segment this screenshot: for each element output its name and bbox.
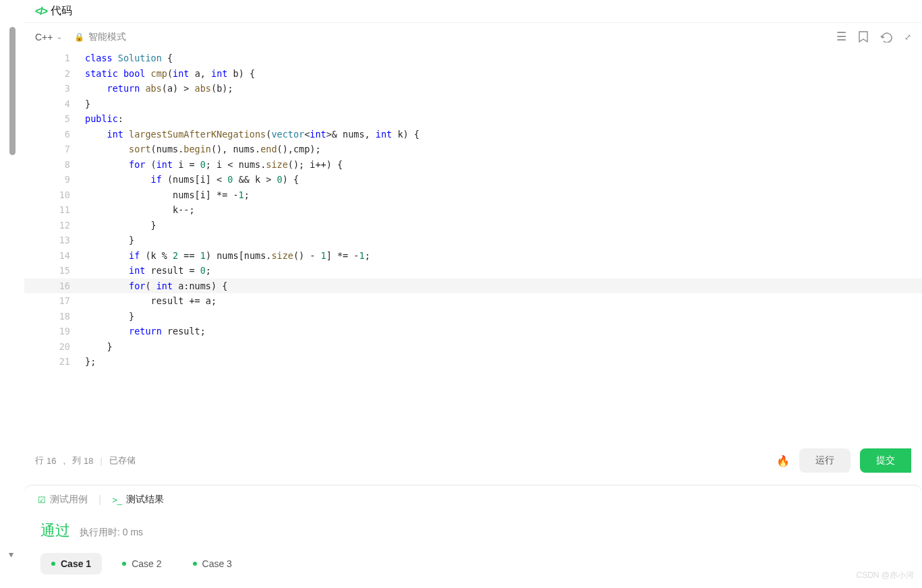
code-line[interactable]: 4} xyxy=(24,96,922,112)
code-content: }; xyxy=(85,354,96,370)
status-dot-icon xyxy=(51,562,55,566)
smart-mode: 🔒 智能模式 xyxy=(74,31,126,43)
submit-button[interactable]: 提交 xyxy=(860,448,911,473)
checkbox-icon: ☑ xyxy=(38,495,46,505)
line-number: 19 xyxy=(24,324,85,339)
expand-icon[interactable]: ⤢ xyxy=(904,32,911,42)
mode-label: 智能模式 xyxy=(88,31,126,43)
undo-icon[interactable] xyxy=(880,32,892,42)
code-content: } xyxy=(85,96,90,112)
language-selector[interactable]: C++ ⌄ xyxy=(35,32,62,42)
code-line[interactable]: 14 if (k % 2 == 1) nums[nums.size() - 1]… xyxy=(24,248,922,264)
code-editor[interactable]: 1class Solution {2static bool cmp(int a,… xyxy=(24,51,922,438)
code-content: sort(nums.begin(), nums.end(),cmp); xyxy=(85,142,321,157)
code-content: int result = 0; xyxy=(85,263,211,278)
scrollbar-down-arrow[interactable]: ▾ xyxy=(9,549,13,560)
main-panel: </> 代码 C++ ⌄ 🔒 智能模式 ☰ ⤢ 1class Solution … xyxy=(24,0,922,588)
line-number: 7 xyxy=(24,142,85,157)
code-line[interactable]: 8 for (int i = 0; i < nums.size(); i++) … xyxy=(24,157,922,173)
code-content: return result; xyxy=(85,324,206,339)
case-button[interactable]: Case 1 xyxy=(40,553,102,575)
code-icon: </> xyxy=(35,5,47,18)
tab-label: 测试结果 xyxy=(126,494,164,506)
panel-title: 代码 xyxy=(51,4,72,18)
code-line[interactable]: 2static bool cmp(int a, int b) { xyxy=(24,66,922,82)
tab-result[interactable]: >_ 测试结果 xyxy=(112,494,164,506)
timing: 执行用时: 0 ms xyxy=(80,527,143,539)
results-panel: ☑ 测试用例 | >_ 测试结果 通过 执行用时: 0 ms Case 1Cas… xyxy=(24,485,922,588)
tab-label: 测试用例 xyxy=(50,494,88,506)
code-content: return abs(a) > abs(b); xyxy=(85,81,233,96)
code-line[interactable]: 3 return abs(a) > abs(b); xyxy=(24,81,922,96)
code-line[interactable]: 21}; xyxy=(24,354,922,370)
chevron-down-icon: ⌄ xyxy=(57,33,62,40)
code-line[interactable]: 20 } xyxy=(24,339,922,355)
lock-icon: 🔒 xyxy=(74,32,84,42)
code-line[interactable]: 10 nums[i] *= -1; xyxy=(24,187,922,203)
code-line[interactable]: 13 } xyxy=(24,233,922,248)
code-content: k--; xyxy=(85,202,195,218)
line-number: 3 xyxy=(24,81,85,96)
code-line[interactable]: 5public: xyxy=(24,111,922,127)
case-button[interactable]: Case 2 xyxy=(111,553,172,575)
line-number: 9 xyxy=(24,172,85,187)
fire-icon[interactable]: 🔥 xyxy=(776,454,790,467)
line-number: 10 xyxy=(24,187,85,203)
bookmark-icon[interactable] xyxy=(859,31,868,42)
code-line[interactable]: 18 } xyxy=(24,309,922,324)
line-number: 15 xyxy=(24,263,85,278)
cursor-row-label: 行 xyxy=(35,454,44,467)
code-content: if (k % 2 == 1) nums[nums.size() - 1] *=… xyxy=(85,248,370,264)
code-content: if (nums[i] < 0 && k > 0) { xyxy=(85,172,299,187)
tab-separator: | xyxy=(98,494,101,506)
line-number: 21 xyxy=(24,354,85,370)
scrollbar-thumb[interactable] xyxy=(9,27,16,155)
toolbar-right: ☰ ⤢ xyxy=(836,30,911,44)
line-number: 11 xyxy=(24,202,85,218)
line-number: 4 xyxy=(24,96,85,112)
code-line[interactable]: 16 for( int a:nums) { xyxy=(24,278,922,294)
cursor-row: 16 xyxy=(47,456,56,466)
case-label: Case 3 xyxy=(202,558,232,569)
code-line[interactable]: 12 } xyxy=(24,218,922,233)
status-dot-icon xyxy=(193,562,197,566)
cursor-col-label: 列 xyxy=(72,454,81,467)
code-line[interactable]: 7 sort(nums.begin(), nums.end(),cmp); xyxy=(24,142,922,157)
line-number: 8 xyxy=(24,157,85,173)
line-number: 12 xyxy=(24,218,85,233)
code-line[interactable]: 15 int result = 0; xyxy=(24,263,922,278)
list-icon[interactable]: ☰ xyxy=(836,30,846,44)
status-right: 🔥 运行 提交 xyxy=(776,448,911,473)
code-content: for (int i = 0; i < nums.size(); i++) { xyxy=(85,157,343,173)
line-number: 13 xyxy=(24,233,85,248)
language-label: C++ xyxy=(35,32,53,42)
panel-header: </> 代码 xyxy=(24,0,922,23)
editor-toolbar: C++ ⌄ 🔒 智能模式 ☰ ⤢ xyxy=(24,23,922,51)
saved-label: 已存储 xyxy=(109,454,136,467)
case-label: Case 1 xyxy=(61,558,91,569)
code-content: public: xyxy=(85,111,123,127)
code-content: class Solution { xyxy=(85,51,173,66)
case-button[interactable]: Case 3 xyxy=(182,553,243,575)
code-line[interactable]: 17 result += a; xyxy=(24,293,922,309)
code-line[interactable]: 1class Solution { xyxy=(24,51,922,66)
pass-row: 通过 执行用时: 0 ms xyxy=(40,521,906,541)
status-bar: 行 16, 列 18 | 已存储 🔥 运行 提交 xyxy=(24,438,922,482)
line-number: 1 xyxy=(24,51,85,66)
code-line[interactable]: 9 if (nums[i] < 0 && k > 0) { xyxy=(24,172,922,187)
case-list: Case 1Case 2Case 3 xyxy=(40,553,906,575)
code-line[interactable]: 11 k--; xyxy=(24,202,922,218)
line-number: 16 xyxy=(24,278,85,294)
run-button[interactable]: 运行 xyxy=(799,448,851,473)
pass-label: 通过 xyxy=(40,521,70,541)
tab-testcases[interactable]: ☑ 测试用例 xyxy=(38,494,88,506)
code-content: } xyxy=(85,233,134,248)
line-number: 5 xyxy=(24,111,85,127)
line-number: 17 xyxy=(24,293,85,309)
code-line[interactable]: 6 int largestSumAfterKNegations(vector<i… xyxy=(24,127,922,142)
line-number: 14 xyxy=(24,248,85,264)
status-dot-icon xyxy=(122,562,126,566)
terminal-icon: >_ xyxy=(112,495,122,505)
code-line[interactable]: 19 return result; xyxy=(24,324,922,339)
line-number: 18 xyxy=(24,309,85,324)
